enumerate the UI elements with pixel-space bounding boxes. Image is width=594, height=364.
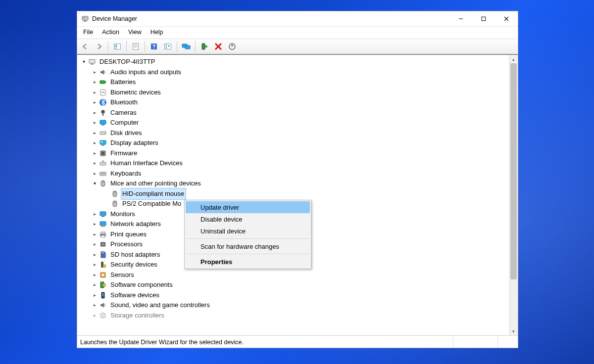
svg-marker-23 [205, 45, 208, 48]
tree-item-biometric[interactable]: ▸Biometric devices [79, 88, 509, 98]
chevron-right-icon[interactable]: ▸ [91, 79, 98, 86]
ctx-separator [187, 254, 309, 254]
help-icon[interactable]: ? [148, 41, 160, 52]
menu-action[interactable]: Action [98, 28, 123, 37]
tree-item-cameras[interactable]: ▸Cameras [79, 108, 509, 118]
chevron-down-icon[interactable]: ▾ [80, 58, 87, 65]
tree-item-storage[interactable]: ▸Storage controllers [79, 311, 509, 321]
chevron-down-icon[interactable]: ▾ [91, 180, 98, 187]
tree-item-computer[interactable]: ▸Computer [79, 118, 509, 128]
properties-sheet-icon[interactable] [130, 41, 142, 52]
chevron-right-icon[interactable]: ▸ [91, 302, 98, 309]
svg-rect-38 [100, 120, 106, 124]
device-manager-window: Device Manager File Action View Help ? [77, 11, 518, 348]
tree-item-firmware[interactable]: ▸Firmware [79, 148, 509, 159]
chevron-right-icon[interactable]: ▸ [91, 170, 98, 177]
ctx-update-driver[interactable]: Update driver [186, 201, 310, 213]
remove-device-icon[interactable] [212, 41, 224, 52]
chevron-right-icon[interactable]: ▸ [91, 150, 98, 157]
titlebar[interactable]: Device Manager [77, 11, 518, 27]
scroll-thumb[interactable] [510, 63, 517, 279]
disk-icon [99, 129, 107, 137]
tree-item-sw-devices[interactable]: ▸Software devices [79, 290, 509, 301]
menu-file[interactable]: File [79, 28, 97, 37]
ctx-disable-device[interactable]: Disable device [186, 213, 310, 225]
show-hidden-icon[interactable] [111, 41, 123, 52]
device-tree[interactable]: ▾ DESKTOP-4II3TTP ▸Audio inputs and outp… [77, 55, 509, 335]
chevron-right-icon[interactable]: ▸ [91, 231, 98, 238]
tree-item-mice[interactable]: ▾Mice and other pointing devices [79, 179, 509, 189]
tree-item-display[interactable]: ▸Display adapters [79, 138, 509, 148]
chevron-right-icon[interactable]: ▸ [91, 281, 98, 288]
keyboard-icon [99, 170, 107, 178]
tree-item-sensors[interactable]: ▸Sensors [79, 270, 509, 280]
chevron-right-icon[interactable]: ▸ [91, 119, 98, 126]
enable-device-icon[interactable] [198, 41, 210, 52]
svg-rect-48 [102, 160, 103, 162]
computer-icon [99, 119, 107, 127]
chevron-right-icon[interactable]: ▸ [91, 251, 98, 258]
window-title: Device Manager [92, 15, 137, 22]
chevron-right-icon[interactable]: ▸ [91, 130, 98, 136]
scroll-track[interactable] [509, 63, 518, 327]
chevron-right-icon[interactable]: ▸ [91, 99, 98, 106]
arrow-none: ▸ [103, 190, 110, 197]
tree-item-keyboards[interactable]: ▸Keyboards [79, 169, 509, 179]
mouse-icon [111, 190, 119, 198]
chevron-right-icon[interactable]: ▸ [91, 89, 98, 96]
tree-item-label: PS/2 Compatible Mo [121, 198, 183, 210]
svg-point-76 [102, 273, 104, 276]
chevron-right-icon[interactable]: ▸ [91, 312, 98, 319]
vertical-scrollbar[interactable]: ▴ ▾ [509, 55, 518, 335]
tree-root[interactable]: ▾ DESKTOP-4II3TTP [79, 57, 509, 67]
svg-rect-43 [101, 145, 104, 146]
tree-item-hid[interactable]: ▸Human Interface Devices [79, 158, 509, 169]
chevron-right-icon[interactable]: ▸ [91, 221, 98, 228]
svg-rect-44 [101, 141, 102, 142]
refresh-icon[interactable] [162, 41, 174, 52]
svg-rect-58 [100, 212, 106, 216]
content-area: ▾ DESKTOP-4II3TTP ▸Audio inputs and outp… [77, 54, 518, 335]
back-arrow-icon[interactable] [79, 41, 91, 52]
chevron-right-icon[interactable]: ▸ [91, 272, 98, 278]
security-icon [99, 261, 107, 269]
menu-view[interactable]: View [124, 28, 146, 37]
ctx-separator [187, 238, 309, 239]
menu-help[interactable]: Help [147, 28, 167, 37]
chevron-right-icon[interactable]: ▸ [91, 261, 98, 268]
computers-icon[interactable] [180, 41, 192, 52]
printer-icon [99, 230, 107, 238]
ctx-properties[interactable]: Properties [186, 256, 310, 268]
status-text: Launches the Update Driver Wizard for th… [80, 339, 244, 346]
close-button[interactable] [495, 11, 518, 26]
minimize-button[interactable] [449, 11, 472, 26]
chevron-right-icon[interactable]: ▸ [91, 109, 98, 116]
tree-item-sound[interactable]: ▸Sound, video and game controllers [79, 300, 509, 311]
chevron-right-icon[interactable]: ▸ [91, 241, 98, 248]
scroll-up-button[interactable]: ▴ [509, 55, 518, 63]
ctx-uninstall-device[interactable]: Uninstall device [186, 225, 310, 237]
scan-hardware-icon[interactable] [226, 41, 238, 52]
chevron-right-icon[interactable]: ▸ [91, 69, 98, 76]
tree-item-label: Mice and other pointing devices [109, 178, 202, 189]
monitor-icon [99, 210, 107, 218]
svg-point-41 [104, 133, 105, 134]
tree-item-batteries[interactable]: ▸Batteries [79, 77, 509, 88]
svg-rect-65 [101, 242, 105, 246]
tree-item-bluetooth[interactable]: ▸Bluetooth [79, 97, 509, 108]
desktop-background: Device Manager File Action View Help ? [0, 0, 594, 364]
tree-item-audio[interactable]: ▸Audio inputs and outputs [79, 67, 509, 78]
ctx-scan-hardware[interactable]: Scan for hardware changes [186, 240, 310, 252]
chevron-right-icon[interactable]: ▸ [91, 292, 98, 299]
maximize-button[interactable] [472, 11, 495, 26]
chevron-right-icon[interactable]: ▸ [91, 160, 98, 167]
chevron-right-icon[interactable]: ▸ [91, 211, 98, 218]
scroll-down-button[interactable]: ▾ [509, 327, 518, 335]
svg-point-36 [102, 111, 104, 113]
tree-item-disk[interactable]: ▸Disk drives [79, 128, 509, 138]
svg-rect-37 [102, 114, 104, 116]
chevron-right-icon[interactable]: ▸ [91, 139, 98, 146]
tree-item-sw-components[interactable]: ▸Software components [79, 280, 509, 290]
tree-item-hid-mouse[interactable]: ▸HID-compliant mouse [79, 189, 509, 199]
forward-arrow-icon[interactable] [93, 41, 105, 52]
